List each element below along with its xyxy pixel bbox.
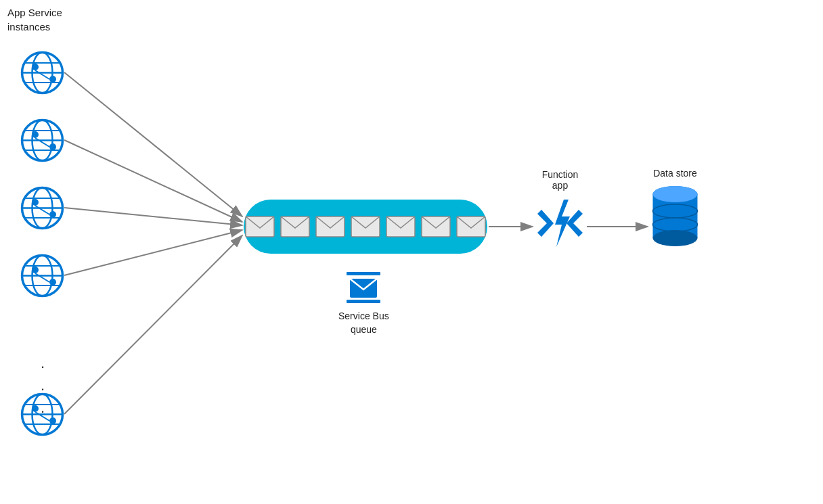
envelope-2 [280, 216, 310, 237]
data-store-label: Data store [653, 168, 697, 179]
svg-line-15 [35, 138, 49, 147]
svg-line-63 [64, 230, 242, 275]
function-app-icon [535, 196, 585, 250]
data-store-icon [650, 184, 700, 248]
svg-line-61 [64, 140, 242, 222]
svg-rect-47 [347, 272, 380, 275]
svg-point-14 [32, 131, 39, 138]
envelope-1 [245, 216, 275, 237]
envelope-7 [456, 216, 486, 237]
svg-point-56 [653, 186, 698, 202]
envelope-5 [386, 216, 416, 237]
svg-point-13 [49, 143, 56, 150]
svg-point-22 [32, 199, 39, 206]
svg-marker-50 [537, 210, 554, 237]
data-store-container: Data store [650, 168, 700, 248]
diagram-container: App Serviceinstances [0, 0, 823, 504]
svg-rect-48 [347, 300, 380, 303]
svg-point-29 [49, 279, 56, 285]
app-service-globe-4 [20, 254, 64, 298]
app-service-label: App Serviceinstances [7, 5, 62, 34]
envelope-3 [315, 216, 345, 237]
service-bus-icon [343, 271, 384, 304]
svg-point-5 [49, 76, 56, 83]
svg-point-37 [49, 417, 56, 424]
service-bus-icon-container: Service Busqueue [338, 271, 389, 336]
app-service-globe-1 [20, 51, 64, 95]
app-service-globe-2 [20, 118, 64, 162]
svg-marker-51 [566, 210, 583, 237]
svg-line-7 [35, 70, 49, 79]
app-service-globe-3 [20, 186, 64, 230]
svg-line-31 [35, 273, 49, 282]
svg-line-62 [64, 208, 242, 225]
function-app-container: Functionapp [535, 169, 585, 250]
envelope-6 [421, 216, 451, 237]
svg-line-64 [64, 235, 242, 414]
function-app-label: Functionapp [542, 169, 579, 191]
svg-point-38 [32, 405, 39, 412]
service-bus-label: Service Busqueue [338, 310, 389, 336]
svg-point-6 [32, 64, 39, 70]
svg-point-21 [49, 211, 56, 218]
svg-line-60 [64, 72, 242, 216]
dots-label: ... [41, 352, 45, 419]
svg-point-30 [32, 267, 39, 273]
envelope-4 [351, 216, 380, 237]
service-bus-queue [244, 200, 487, 254]
svg-point-55 [653, 230, 698, 246]
svg-line-23 [35, 206, 49, 214]
